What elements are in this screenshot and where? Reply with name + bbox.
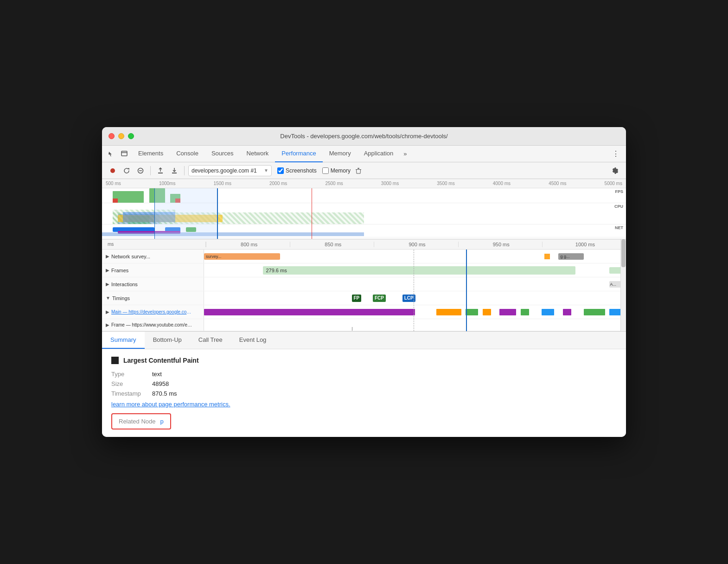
learn-more-link[interactable]: learn more about page performance metric… xyxy=(111,401,230,408)
screenshots-checkbox[interactable] xyxy=(277,167,284,174)
track-network-survey[interactable]: ▶ Network survey... survey... g g... xyxy=(102,250,626,263)
vline-red-overview xyxy=(312,188,312,239)
overview-canvas[interactable]: FPS CPU xyxy=(102,188,626,239)
tab-event-log[interactable]: Event Log xyxy=(231,332,275,349)
tick-800ms: 800 ms xyxy=(206,242,290,247)
frame-tick xyxy=(352,327,352,331)
overview-ruler: 500 ms 1000ms 1500 ms 2000 ms 2500 ms 30… xyxy=(102,179,626,188)
track-timings[interactable]: ▼ Timings FP FCP LCP xyxy=(102,291,626,305)
frames-bar-main: 279.6 ms xyxy=(263,266,575,275)
selection-range[interactable] xyxy=(154,188,217,239)
network-yellow-block xyxy=(544,254,550,259)
memory-checkbox[interactable] xyxy=(322,167,329,174)
expand-network-btn[interactable]: ▶ xyxy=(106,254,109,259)
lcp-badge[interactable]: LCP xyxy=(402,295,415,302)
tick-2000: 2000 ms xyxy=(269,181,287,186)
toolbar-divider-2 xyxy=(184,166,185,175)
expand-main-btn[interactable]: ▶ xyxy=(106,309,109,314)
more-tabs-button[interactable]: » xyxy=(400,150,410,157)
maximize-button[interactable] xyxy=(128,133,134,139)
lcp-title: Largest Contentful Paint xyxy=(123,357,199,364)
detail-ruler: ms 800 ms 850 ms 900 ms 950 ms 1000 ms xyxy=(102,239,626,250)
upload-profile-button[interactable] xyxy=(154,165,166,177)
tab-sources[interactable]: Sources xyxy=(205,146,240,162)
tab-summary[interactable]: Summary xyxy=(102,332,145,349)
tab-bottom-up[interactable]: Bottom-Up xyxy=(145,332,190,349)
minimize-button[interactable] xyxy=(118,133,124,139)
track-frames[interactable]: ▶ Frames 279.6 ms xyxy=(102,263,626,277)
timeline-detail[interactable]: ms 800 ms 850 ms 900 ms 950 ms 1000 ms ▶… xyxy=(102,239,626,332)
track-label-frames[interactable]: ▶ Frames xyxy=(102,263,204,277)
selection-end-line xyxy=(217,188,218,239)
tick-4000: 4000 ms xyxy=(493,181,511,186)
tick-950ms: 950 ms xyxy=(458,242,542,247)
expand-timings-btn[interactable]: ▼ xyxy=(106,295,110,301)
url-selector[interactable]: developers.google.com #1 ▼ xyxy=(188,165,272,176)
lcp-type-row: Type text xyxy=(111,371,617,378)
expand-frame-btn[interactable]: ▶ xyxy=(106,322,109,327)
reload-record-button[interactable] xyxy=(121,165,133,177)
devtools-menu-button[interactable]: ⋮ xyxy=(609,147,622,160)
close-button[interactable] xyxy=(109,133,115,139)
download-profile-button[interactable] xyxy=(168,165,180,177)
main-block-purple xyxy=(204,309,415,315)
track-main[interactable]: ▶ Main — https://developers.google.com/w… xyxy=(102,305,626,319)
main-block-orange2 xyxy=(483,309,491,315)
tab-memory[interactable]: Memory xyxy=(323,146,358,162)
tick-2500: 2500 ms xyxy=(325,181,343,186)
main-block-blue2 xyxy=(609,309,622,315)
screenshots-checkbox-label[interactable]: Screenshots xyxy=(277,167,317,174)
scrollbar-thumb[interactable] xyxy=(621,239,626,267)
track-content-timings: FP FCP LCP xyxy=(204,291,626,305)
type-value: text xyxy=(152,371,162,378)
track-label-network[interactable]: ▶ Network survey... xyxy=(102,250,204,263)
memory-checkbox-label[interactable]: Memory xyxy=(322,167,351,174)
tab-network[interactable]: Network xyxy=(240,146,275,162)
bottom-tabs: Summary Bottom-Up Call Tree Event Log xyxy=(102,332,626,349)
fp-badge[interactable]: FP xyxy=(352,295,362,302)
tick-850ms: 850 ms xyxy=(290,242,374,247)
main-block-blue xyxy=(542,309,554,315)
scrollbar-track[interactable] xyxy=(620,239,626,331)
expand-frames-btn[interactable]: ▶ xyxy=(106,268,109,273)
svg-point-2 xyxy=(110,168,115,173)
tab-console[interactable]: Console xyxy=(170,146,205,162)
lcp-timestamp-row: Timestamp 870.5 ms xyxy=(111,390,617,397)
track-label-frame[interactable]: ▶ Frame — https://www.youtube.com/embed/… xyxy=(102,319,204,331)
clear-button[interactable] xyxy=(134,165,147,177)
tab-performance[interactable]: Performance xyxy=(275,146,322,162)
clear-recording-button[interactable] xyxy=(352,165,364,177)
track-content-frame xyxy=(204,319,626,331)
lcp-square-icon xyxy=(111,357,119,364)
related-node-box: Related Node p xyxy=(111,413,171,429)
size-label: Size xyxy=(111,380,148,387)
tab-application[interactable]: Application xyxy=(358,146,400,162)
track-label-timings[interactable]: ▼ Timings xyxy=(102,291,204,305)
svg-rect-7 xyxy=(356,169,361,170)
expand-interactions-btn[interactable]: ▶ xyxy=(106,282,109,287)
related-node-value[interactable]: p xyxy=(160,418,164,425)
devtools-window: DevTools - developers.google.com/web/too… xyxy=(102,127,626,437)
fcp-badge[interactable]: FCP xyxy=(373,295,386,302)
related-node-label: Related Node xyxy=(119,418,156,425)
network-bar-gg: g g... xyxy=(558,253,584,260)
tab-call-tree[interactable]: Call Tree xyxy=(190,332,231,349)
url-selector-arrow: ▼ xyxy=(264,168,268,173)
bottom-panel: Summary Bottom-Up Call Tree Event Log La… xyxy=(102,332,626,437)
track-interactions[interactable]: ▶ Interactions A... xyxy=(102,277,626,291)
frames-bar-2 xyxy=(609,267,622,274)
track-label-main[interactable]: ▶ Main — https://developers.google.com/w… xyxy=(102,305,204,319)
toolbar-checkbox-group: Screenshots Memory xyxy=(277,167,351,174)
main-block-purple2 xyxy=(499,309,516,315)
tab-elements[interactable]: Elements xyxy=(132,146,170,162)
devtools-inspect-icon[interactable] xyxy=(119,148,130,160)
fps-label: FPS xyxy=(615,189,623,194)
track-label-interactions[interactable]: ▶ Interactions xyxy=(102,277,204,291)
timeline-overview[interactable]: 500 ms 1000ms 1500 ms 2000 ms 2500 ms 30… xyxy=(102,179,626,239)
fps-red-1 xyxy=(113,199,118,203)
track-content-network: survey... g g... xyxy=(204,250,626,263)
record-button[interactable] xyxy=(107,165,119,177)
track-frame[interactable]: ▶ Frame — https://www.youtube.com/embed/… xyxy=(102,319,626,331)
settings-button[interactable] xyxy=(609,165,621,177)
tick-4500: 4500 ms xyxy=(549,181,566,186)
